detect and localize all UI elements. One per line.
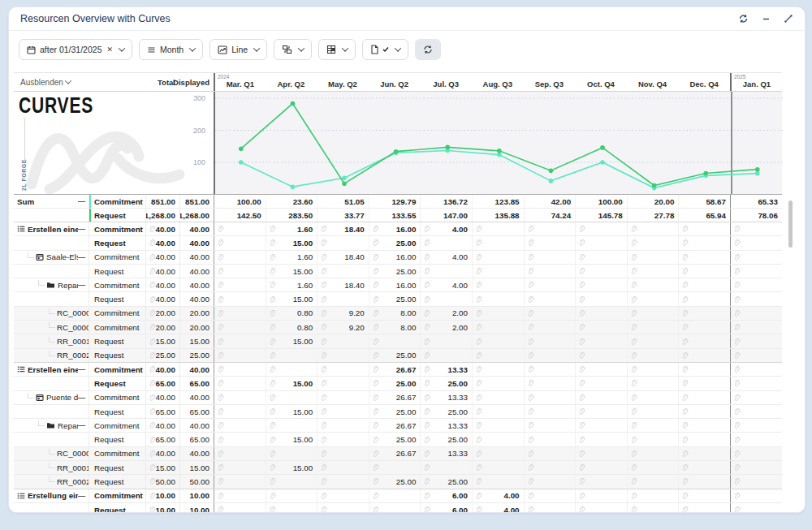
total-cell[interactable]: 10.00 <box>145 503 179 513</box>
month-value-cell[interactable]: 25.00 <box>369 433 421 446</box>
month-value-cell[interactable] <box>317 363 369 376</box>
month-value-cell[interactable]: 18.40 <box>317 222 369 235</box>
month-value-cell[interactable] <box>575 405 627 418</box>
total-cell[interactable]: 40.00 <box>145 292 179 305</box>
month-value-cell[interactable]: 65.33 <box>730 195 782 208</box>
month-value-cell[interactable] <box>678 363 730 376</box>
month-value-cell[interactable] <box>369 334 421 347</box>
edit-cell-icon[interactable] <box>475 436 482 443</box>
month-value-cell[interactable] <box>627 251 679 264</box>
month-value-cell[interactable]: 25.00 <box>420 377 472 390</box>
edit-cell-icon[interactable] <box>320 282 327 289</box>
edit-cell-icon[interactable] <box>217 253 224 261</box>
month-value-cell[interactable]: 58.67 <box>678 195 730 208</box>
edit-cell-icon[interactable] <box>527 506 534 513</box>
edit-cell-icon[interactable] <box>527 309 534 317</box>
total-cell[interactable]: 40.00 <box>145 391 179 404</box>
edit-cell-icon[interactable] <box>320 464 327 472</box>
month-value-cell[interactable] <box>730 447 782 460</box>
edit-cell-icon[interactable] <box>149 380 156 387</box>
month-value-cell[interactable] <box>524 377 576 390</box>
month-value-cell[interactable]: 147.00 <box>420 209 472 222</box>
month-value-cell[interactable] <box>575 292 627 305</box>
month-value-cell[interactable] <box>678 251 730 264</box>
month-value-cell[interactable] <box>678 405 730 418</box>
edit-cell-icon[interactable] <box>372 253 379 261</box>
edit-cell-icon[interactable] <box>372 394 379 401</box>
edit-cell-icon[interactable] <box>578 268 585 275</box>
edit-cell-icon[interactable] <box>527 380 534 387</box>
edit-cell-icon[interactable] <box>423 324 430 331</box>
edit-cell-icon[interactable] <box>269 422 276 429</box>
edit-cell-icon[interactable] <box>423 422 430 429</box>
month-value-cell[interactable] <box>214 222 266 235</box>
edit-cell-icon[interactable] <box>269 268 276 275</box>
month-value-cell[interactable]: 0.80 <box>266 307 317 320</box>
edit-cell-icon[interactable] <box>578 422 585 429</box>
edit-cell-icon[interactable] <box>372 239 379 247</box>
month-value-cell[interactable]: 20.00 <box>627 195 679 208</box>
month-value-cell[interactable] <box>214 405 266 418</box>
edit-cell-icon[interactable] <box>681 450 689 457</box>
month-value-cell[interactable]: 4.00 <box>472 503 524 513</box>
month-value-cell[interactable] <box>575 278 627 291</box>
month-value-cell[interactable] <box>266 363 317 376</box>
month-value-cell[interactable] <box>730 236 782 249</box>
edit-cell-icon[interactable] <box>320 422 327 429</box>
month-value-cell[interactable]: 27.78 <box>627 209 679 222</box>
month-value-cell[interactable] <box>575 307 627 320</box>
month-value-cell[interactable] <box>524 461 576 474</box>
edit-cell-icon[interactable] <box>217 324 224 331</box>
month-value-cell[interactable] <box>627 222 679 235</box>
edit-cell-icon[interactable] <box>372 338 379 345</box>
edit-cell-icon[interactable] <box>630 464 637 472</box>
month-value-cell[interactable] <box>472 251 524 264</box>
month-value-cell[interactable]: 15.00 <box>266 461 317 474</box>
month-value-cell[interactable]: 15.00 <box>266 377 317 390</box>
edit-cell-icon[interactable] <box>372 506 379 513</box>
month-value-cell[interactable] <box>317 236 369 249</box>
month-value-cell[interactable] <box>730 433 782 446</box>
edit-cell-icon[interactable] <box>217 295 224 303</box>
row-name-cell[interactable]: RR_00010 <box>14 461 89 474</box>
edit-cell-icon[interactable] <box>320 408 327 416</box>
row-name-cell[interactable]: RR_00016 <box>14 334 89 347</box>
month-value-cell[interactable]: 26.67 <box>369 447 421 460</box>
month-value-cell[interactable]: 133.55 <box>369 209 421 222</box>
edit-cell-icon[interactable] <box>149 268 156 275</box>
edit-cell-icon[interactable] <box>630 492 637 499</box>
month-value-cell[interactable]: 51.05 <box>317 195 369 208</box>
edit-cell-icon[interactable] <box>733 366 741 373</box>
month-value-cell[interactable] <box>472 236 524 249</box>
month-value-cell[interactable] <box>575 363 627 376</box>
edit-cell-icon[interactable] <box>527 268 534 275</box>
month-value-cell[interactable] <box>678 433 730 446</box>
edit-cell-icon[interactable] <box>149 324 156 331</box>
edit-cell-icon[interactable] <box>578 380 585 387</box>
month-value-cell[interactable] <box>317 405 369 418</box>
edit-cell-icon[interactable] <box>217 492 224 499</box>
month-value-cell[interactable] <box>575 433 627 446</box>
edit-cell-icon[interactable] <box>733 309 741 317</box>
edit-cell-icon[interactable] <box>733 282 741 289</box>
month-value-cell[interactable] <box>214 447 266 460</box>
month-value-cell[interactable] <box>317 349 369 362</box>
month-value-cell[interactable] <box>472 334 524 347</box>
edit-cell-icon[interactable] <box>681 282 689 289</box>
collapse-button[interactable]: — <box>78 225 89 233</box>
edit-cell-icon[interactable] <box>269 366 276 373</box>
month-value-cell[interactable] <box>678 307 730 320</box>
edit-cell-icon[interactable] <box>733 268 741 275</box>
edit-cell-icon[interactable] <box>149 492 156 499</box>
edit-cell-icon[interactable] <box>733 394 741 401</box>
edit-cell-icon[interactable] <box>269 506 276 513</box>
edit-cell-icon[interactable] <box>578 506 585 513</box>
month-value-cell[interactable]: 15.00 <box>266 292 317 305</box>
total-cell[interactable]: 65.00 <box>145 433 179 446</box>
month-value-cell[interactable] <box>214 265 266 278</box>
edit-cell-icon[interactable] <box>423 295 430 303</box>
edit-cell-icon[interactable] <box>733 422 741 429</box>
total-cell[interactable]: 10.00 <box>145 489 179 502</box>
month-value-cell[interactable] <box>678 222 730 235</box>
total-cell[interactable]: 25.00 <box>145 349 179 362</box>
